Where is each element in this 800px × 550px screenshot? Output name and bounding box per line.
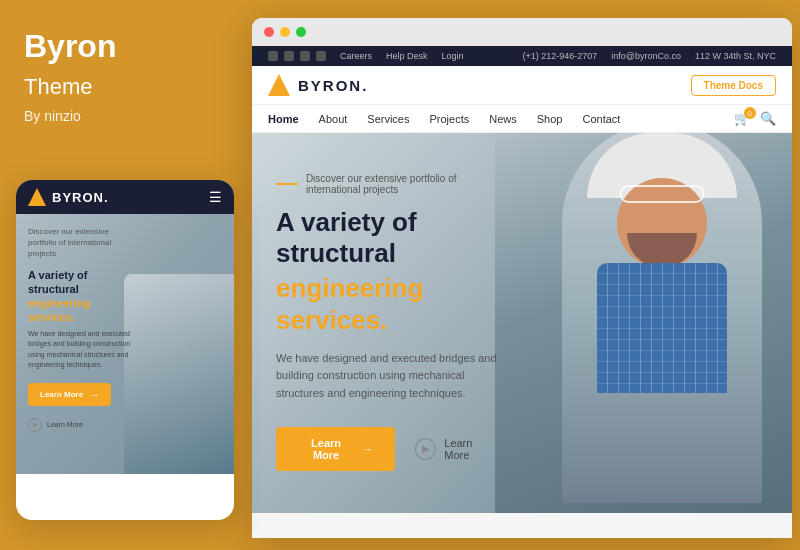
mobile-topbar: BYRON. ☰	[16, 180, 234, 214]
desktop-titlebar	[252, 18, 792, 46]
desktop-hero: Discover our extensive portfolio of inte…	[252, 133, 792, 513]
helpdesk-link[interactable]: Help Desk	[386, 51, 428, 61]
nav-item-home[interactable]: Home	[268, 113, 299, 125]
mobile-hero-heading: A variety of structural engineering serv…	[28, 268, 135, 325]
desktop-infobar: Careers Help Desk Login (+1) 212-946-270…	[252, 46, 792, 66]
address: 112 W 34th St, NYC	[695, 51, 776, 61]
cart-badge: 0	[744, 107, 756, 119]
phone-number: (+1) 212-946-2707	[522, 51, 597, 61]
navbar-right: Theme Docs	[691, 75, 776, 96]
tagline-line	[276, 183, 298, 185]
mobile-hero: Discover our extensive portfolio of inte…	[16, 214, 234, 474]
careers-link[interactable]: Careers	[340, 51, 372, 61]
social-icons	[268, 51, 326, 61]
hero-tagline-bar: Discover our extensive portfolio of inte…	[276, 173, 498, 195]
logo-text: BYRON.	[298, 77, 368, 94]
hero-heading-line1: A variety of structural	[276, 207, 498, 269]
login-link[interactable]: Login	[442, 51, 464, 61]
search-icon[interactable]: 🔍	[760, 111, 776, 126]
mobile-logo-icon	[28, 188, 46, 206]
close-dot	[264, 27, 274, 37]
nav-item-projects[interactable]: Projects	[430, 113, 470, 125]
maximize-dot	[296, 27, 306, 37]
mobile-hero-tagline: Discover our extensive portfolio of inte…	[28, 226, 135, 260]
play-icon: ▶	[415, 438, 436, 460]
twitter-icon[interactable]	[284, 51, 294, 61]
nav-item-shop[interactable]: Shop	[537, 113, 563, 125]
nav-item-services[interactable]: Services	[367, 113, 409, 125]
hero-content: Discover our extensive portfolio of inte…	[252, 133, 522, 491]
instagram-icon[interactable]	[300, 51, 310, 61]
infobar-left: Careers Help Desk Login	[268, 51, 464, 61]
shirt-pattern	[597, 263, 727, 393]
glasses-shape	[620, 185, 705, 203]
linkedin-icon[interactable]	[316, 51, 326, 61]
play-circle-icon: ▶	[28, 418, 42, 432]
arrow-icon: →	[89, 389, 99, 400]
mobile-logo: BYRON.	[28, 188, 109, 206]
nav-icons: 🛒 0 🔍	[734, 111, 776, 126]
mobile-hero-content: Discover our extensive portfolio of inte…	[16, 214, 147, 432]
hero-description: We have designed and executed bridges an…	[276, 350, 498, 403]
hero-tagline: Discover our extensive portfolio of inte…	[306, 173, 498, 195]
arrow-right-icon: →	[362, 443, 373, 455]
mobile-logo-text: BYRON.	[52, 190, 109, 205]
mobile-learn-more-secondary[interactable]: ▶ Learn More	[28, 418, 135, 432]
theme-name: Byron	[24, 28, 116, 64]
cart-icon[interactable]: 🛒 0	[734, 111, 750, 126]
mobile-mockup: BYRON. ☰ Discover our extensive portfoli…	[16, 180, 234, 520]
hero-learn-more-secondary[interactable]: ▶ Learn More	[415, 437, 498, 461]
theme-docs-button[interactable]: Theme Docs	[691, 75, 776, 96]
facebook-icon[interactable]	[268, 51, 278, 61]
shirt-shape	[597, 263, 727, 393]
email-address: info@byronCo.co	[611, 51, 681, 61]
desktop-navbar: BYRON. Theme Docs	[252, 66, 792, 105]
nav-item-about[interactable]: About	[319, 113, 348, 125]
desktop-nav-menu: Home About Services Projects News Shop C…	[252, 105, 792, 133]
hamburger-icon[interactable]: ☰	[209, 189, 222, 205]
desktop-mockup: Careers Help Desk Login (+1) 212-946-270…	[252, 18, 792, 538]
hero-buttons: Learn More → ▶ Learn More	[276, 427, 498, 471]
infobar-right: (+1) 212-946-2707 info@byronCo.co 112 W …	[522, 51, 776, 61]
theme-author: By ninzio	[24, 108, 224, 124]
logo-icon	[268, 74, 290, 96]
hero-learn-more-button[interactable]: Learn More →	[276, 427, 395, 471]
hero-heading-orange: engineering services.	[276, 273, 498, 335]
desktop-browser: Careers Help Desk Login (+1) 212-946-270…	[252, 46, 792, 538]
mobile-hero-description: We have designed and executed bridges an…	[28, 329, 135, 371]
mobile-learn-more-button[interactable]: Learn More →	[28, 383, 111, 406]
theme-subtitle: Theme	[24, 74, 92, 99]
minimize-dot	[280, 27, 290, 37]
hero-person-image	[495, 133, 792, 513]
theme-title: Byron Theme	[24, 28, 224, 102]
nav-item-news[interactable]: News	[489, 113, 517, 125]
navbar-logo: BYRON.	[268, 74, 368, 96]
nav-item-contact[interactable]: Contact	[582, 113, 620, 125]
hero-face	[562, 133, 762, 503]
